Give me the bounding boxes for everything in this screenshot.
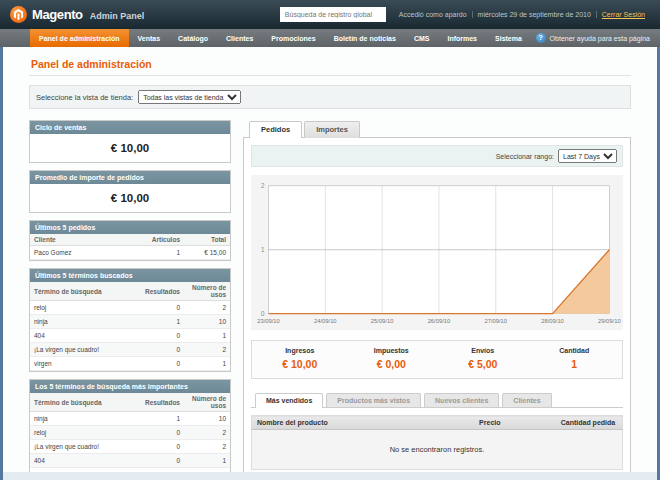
range-select[interactable]: Last 7 Days [558,149,617,163]
table-row[interactable]: ¡La virgen que cuadro!02 [30,343,230,357]
nav-tab-5[interactable]: Boletín de noticias [325,29,405,47]
lifetime-sales-card: Ciclo de ventas € 10,00 [29,120,231,163]
table-row[interactable]: reloj02 [30,426,230,440]
chart-panel: Seleccionar rango: Last 7 Days 01223/09/… [243,137,631,472]
global-search-input[interactable] [280,7,386,22]
column-header: Resultados [134,282,184,301]
column-header: Número de usos [184,393,230,412]
orders-chart: 01223/09/1024/09/1025/09/1026/09/1027/09… [253,180,621,329]
table-row[interactable]: ninja110 [30,315,230,329]
svg-text:27/09/10: 27/09/10 [484,318,507,324]
top-search-terms-title: Los 5 términos de búsqueda más important… [30,380,230,393]
total-label: Ingresos [254,347,346,354]
column-header: Artículos [134,234,184,246]
total-value: € 0,00 [377,358,406,370]
chart-tab-1[interactable]: Importes [304,121,360,138]
svg-text:1: 1 [261,246,265,253]
logo-title: Magento [32,7,83,22]
chart-tabs: PedidosImportes [243,120,631,137]
magento-logo: Magento Admin Panel [10,6,144,23]
table-row[interactable]: virgen01 [30,357,230,371]
magento-logo-icon [10,6,27,23]
last-search-terms-card: Últimos 5 términos buscados Término de b… [29,268,231,372]
table-cell: ninja [30,315,134,329]
table-cell: 1 [184,357,230,371]
average-orders-title: Promedio de importe de pedidos [30,171,230,184]
main-navigation: Panel de administraciónVentasCatálogoCli… [0,29,660,47]
grid-tab-0[interactable]: Más vendidos [255,393,323,408]
table-cell: ¡La virgen que cuadro! [30,440,134,454]
help-label: Obtener ayuda para esta página [550,35,650,42]
empty-row: No se encontraron registros. [252,430,623,470]
column-header: Precio [474,416,556,430]
nav-tab-0[interactable]: Panel de administración [30,29,129,47]
table-cell: 10 [184,315,230,329]
total-label: Envíos [437,347,529,354]
column-header: Número de usos [184,282,230,301]
column-header: Término de búsqueda [30,393,134,412]
store-view-bar: Seleccione la vista de tienda: Todas las… [29,85,631,109]
table-row[interactable]: 40401 [30,454,230,468]
table-row[interactable]: 40401 [30,329,230,343]
page-title: Panel de administración [29,53,631,76]
table-cell: 0 [134,301,184,315]
table-row[interactable]: reloj02 [30,301,230,315]
table-cell: ¡La virgen que cuadro! [30,343,134,357]
grid-tab-2[interactable]: Nuevos clientes [424,393,499,407]
nav-tab-8[interactable]: Sistema [486,29,531,47]
logout-link[interactable]: Cerrar Sesión [596,11,650,18]
svg-text:2: 2 [261,182,265,189]
last-orders-table: ClienteArtículosTotalPaco Gomez1€ 15,00 [30,234,230,260]
table-row[interactable]: ninja110 [30,412,230,426]
svg-text:24/09/10: 24/09/10 [314,318,337,324]
table-cell: ninja [30,412,134,426]
table-cell: 1 [134,246,184,260]
grid-tab-1[interactable]: Productos más vistos [326,393,421,407]
nav-tab-4[interactable]: Promociones [262,29,324,47]
top-header-bar: Magento Admin Panel Accedió como apardo … [0,0,660,29]
table-cell: 1 [184,454,230,468]
nav-tab-2[interactable]: Catálogo [169,29,217,47]
table-cell: 404 [30,329,134,343]
chart-tab-0[interactable]: Pedidos [249,121,302,138]
svg-text:29/09/10: 29/09/10 [598,318,621,324]
table-row[interactable]: ¡La virgen que cuadro!02 [30,440,230,454]
page-footer-strip [3,472,657,480]
total-value: € 5,00 [468,358,497,370]
table-cell: 1 [184,329,230,343]
range-bar: Seleccionar rango: Last 7 Days [251,145,623,167]
total-value: € 10,00 [282,358,317,370]
nav-tab-6[interactable]: CMS [405,29,439,47]
column-header: Término de búsqueda [30,282,134,301]
session-meta: Accedió como apardo miércoles 29 de sept… [394,11,650,18]
table-cell: 10 [184,412,230,426]
table-cell: 2 [184,440,230,454]
bestsellers-table: Nombre del productoPrecioCantidad pedida… [251,415,623,470]
help-link[interactable]: ? Obtener ayuda para esta página [536,29,650,47]
column-header: Total [184,234,230,246]
nav-tab-7[interactable]: Informes [438,29,486,47]
help-icon: ? [536,33,546,43]
dashboard-right-column: PedidosImportes Seleccionar rango: Last … [243,120,631,472]
table-cell: 0 [134,343,184,357]
table-row[interactable]: Paco Gomez1€ 15,00 [30,246,230,260]
dashboard-page: Panel de administración Seleccione la vi… [3,47,657,472]
table-cell: 2 [184,343,230,357]
average-orders-value: € 10,00 [30,184,230,212]
totals-row: Ingresos€ 10,00Impuestos€ 0,00Envíos€ 5,… [251,340,623,379]
table-cell: 0 [134,454,184,468]
svg-text:26/09/10: 26/09/10 [428,318,451,324]
nav-tab-3[interactable]: Clientes [217,29,262,47]
current-date: miércoles 29 de septiembre de 2010 [472,11,596,18]
logo-subtitle: Admin Panel [90,11,145,21]
column-header: Cliente [30,234,134,246]
last-search-terms-title: Últimos 5 términos buscados [30,269,230,282]
grid-tab-3[interactable]: Clientes [502,393,551,407]
last-orders-title: Últimos 5 pedidos [30,221,230,234]
nav-tab-1[interactable]: Ventas [129,29,170,47]
table-cell: 0 [134,357,184,371]
table-cell: 2 [184,301,230,315]
total-cell-3: Cantidad1 [529,347,621,372]
column-header: Nombre del producto [252,416,475,430]
store-view-select[interactable]: Todas las vistas de tienda [138,90,241,104]
